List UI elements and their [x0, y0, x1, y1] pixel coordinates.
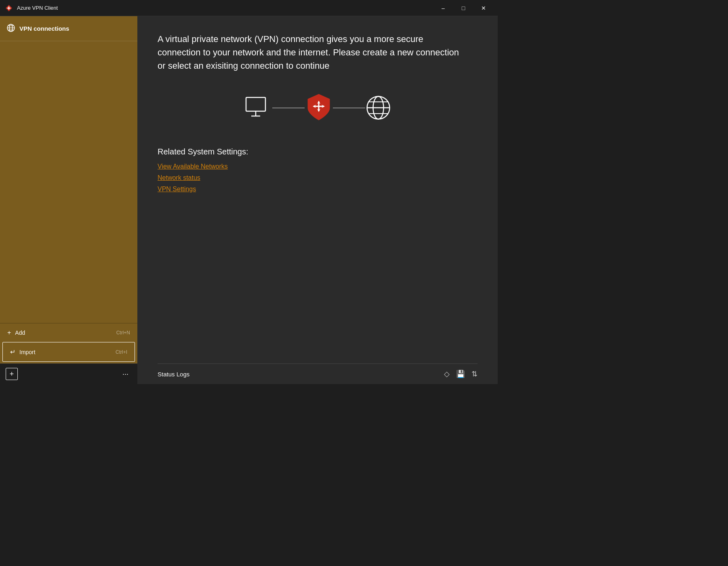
- shield-icon: [305, 93, 333, 123]
- title-bar: Azure VPN Client – □ ✕: [0, 0, 498, 16]
- svg-rect-8: [246, 97, 265, 111]
- settings-title: Related System Settings:: [158, 147, 478, 156]
- import-icon: ↵: [10, 348, 15, 356]
- sidebar-bottom: + Add Ctrl+N ↵ Import Ctrl+I: [0, 323, 137, 363]
- footer-more-button[interactable]: ···: [119, 368, 132, 380]
- footer-add-button[interactable]: +: [6, 368, 18, 380]
- related-settings-section: Related System Settings: View Available …: [158, 147, 478, 197]
- import-label: Import: [19, 349, 36, 355]
- import-menu-item[interactable]: ↵ Import Ctrl+I: [2, 342, 135, 362]
- network-status-link[interactable]: Network status: [158, 174, 478, 182]
- status-logs-title: Status Logs: [158, 371, 189, 378]
- globe-icon: [365, 95, 391, 121]
- vpn-diagram: [158, 93, 478, 123]
- computer-icon: [244, 96, 272, 120]
- vpn-settings-link[interactable]: VPN Settings: [158, 186, 478, 193]
- sidebar-content: [0, 41, 137, 323]
- app-title: Azure VPN Client: [17, 5, 434, 11]
- maximize-button[interactable]: □: [454, 2, 473, 14]
- sidebar-header-label: VPN connections: [19, 25, 69, 32]
- add-label: Add: [15, 329, 25, 336]
- status-logs-icons: ◇ 💾 ⇅: [444, 370, 478, 378]
- close-button[interactable]: ✕: [474, 2, 493, 14]
- main-content: A virtual private network (VPN) connecti…: [137, 16, 498, 384]
- sort-icon[interactable]: ⇅: [471, 370, 478, 378]
- view-available-networks-link[interactable]: View Available Networks: [158, 163, 478, 170]
- import-shortcut: Ctrl+I: [116, 349, 127, 355]
- save-icon[interactable]: 💾: [456, 370, 465, 378]
- sidebar: VPN connections + Add Ctrl+N ↵ Import Ct…: [0, 16, 137, 384]
- eraser-icon[interactable]: ◇: [444, 370, 450, 378]
- description-text: A virtual private network (VPN) connecti…: [158, 32, 461, 72]
- main-layout: VPN connections + Add Ctrl+N ↵ Import Ct…: [0, 16, 498, 384]
- sidebar-footer: + ···: [0, 363, 137, 384]
- sidebar-header: VPN connections: [0, 16, 137, 41]
- line-1: [272, 108, 305, 108]
- add-shortcut: Ctrl+N: [116, 330, 130, 336]
- status-logs-bar: Status Logs ◇ 💾 ⇅: [158, 363, 478, 384]
- line-2: [333, 108, 365, 108]
- add-plus-icon: +: [7, 329, 11, 336]
- app-logo: [5, 4, 13, 12]
- minimize-button[interactable]: –: [434, 2, 452, 14]
- add-menu-item[interactable]: + Add Ctrl+N: [0, 323, 137, 342]
- window-controls: – □ ✕: [434, 2, 493, 14]
- vpn-connections-icon: [6, 23, 15, 34]
